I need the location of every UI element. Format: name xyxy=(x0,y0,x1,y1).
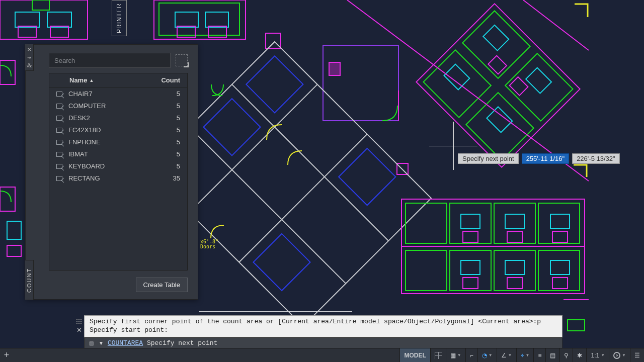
tooltip-coord-x[interactable]: 255'-11 1/16" xyxy=(522,153,570,164)
tooltip-coord-y[interactable]: 226'-5 13/32" xyxy=(572,153,620,164)
row-name: IBMAT xyxy=(68,150,150,158)
customization-menu[interactable]: ☰ xyxy=(630,348,644,362)
model-paper-toggle[interactable]: MODEL xyxy=(399,348,430,362)
transparency-toggle[interactable]: ▤ xyxy=(545,348,559,362)
table-header[interactable]: Name ▲ Count xyxy=(49,73,187,87)
osnap-icon: ⌖ xyxy=(521,352,524,359)
command-recent-dropdown-icon[interactable]: ▼ xyxy=(99,340,104,346)
ortho-toggle[interactable]: ⌐ xyxy=(465,348,477,362)
close-icon[interactable]: ✕ xyxy=(27,47,32,52)
create-table-button[interactable]: Create Table xyxy=(136,278,188,292)
svg-text:Doors: Doors xyxy=(200,244,215,249)
row-count: 5 xyxy=(150,114,180,122)
block-ref-icon xyxy=(56,175,64,181)
svg-rect-52 xyxy=(505,214,524,228)
table-row[interactable]: DESK25 xyxy=(49,112,187,124)
svg-rect-43 xyxy=(406,203,447,243)
select-area-icon[interactable] xyxy=(176,54,188,66)
svg-rect-54 xyxy=(461,260,480,275)
svg-rect-2 xyxy=(47,12,71,27)
block-ref-icon xyxy=(56,127,64,133)
svg-rect-14 xyxy=(329,62,340,75)
svg-rect-48 xyxy=(450,250,491,291)
command-grip-icon[interactable] xyxy=(75,317,83,325)
row-count: 5 xyxy=(150,162,180,170)
annoscale-icon: ⚲ xyxy=(564,352,569,359)
command-close-icon[interactable]: ✕ xyxy=(75,326,83,334)
svg-rect-62 xyxy=(552,278,568,289)
row-count: 5 xyxy=(150,138,180,146)
menu-icon: ☰ xyxy=(634,352,640,359)
svg-rect-53 xyxy=(550,214,570,228)
osnap-toggle[interactable]: ⌖▼ xyxy=(516,348,534,362)
row-count: 5 xyxy=(150,90,180,98)
row-name: CHAIR7 xyxy=(68,90,150,98)
svg-rect-51 xyxy=(461,214,480,228)
count-palette[interactable]: ✕ ⇥ ⁂ COUNT Name ▲ Count CHAIR75COMPUTER… xyxy=(25,44,198,300)
row-name: COMPUTER xyxy=(68,102,150,110)
palette-titlebar-controls: ✕ ⇥ ⁂ xyxy=(25,44,34,71)
svg-rect-63 xyxy=(568,320,585,331)
command-history-line: Specify first corner point of the count … xyxy=(90,318,557,326)
row-count: 35 xyxy=(150,174,180,182)
table-row[interactable]: FNPHONE5 xyxy=(49,136,187,148)
options-icon[interactable]: ⁂ xyxy=(27,63,32,68)
svg-rect-46 xyxy=(538,203,580,243)
palette-title-tab[interactable]: COUNT xyxy=(25,260,34,300)
lineweight-toggle[interactable]: ≡ xyxy=(533,348,545,362)
workspace-switch[interactable]: ▼ xyxy=(609,348,630,362)
snap-icon: ▦ xyxy=(450,352,456,359)
table-row[interactable]: RECTANG35 xyxy=(49,172,187,184)
svg-rect-3 xyxy=(18,26,36,37)
polar-toggle[interactable]: ◔▼ xyxy=(477,348,497,362)
svg-rect-36 xyxy=(203,99,260,155)
row-name: FNPHONE xyxy=(68,138,150,146)
command-line-area[interactable]: ✕ Specify first corner point of the coun… xyxy=(84,315,562,349)
table-row[interactable]: FC42X18D5 xyxy=(49,124,187,136)
svg-rect-45 xyxy=(494,203,535,243)
row-count: 5 xyxy=(150,126,180,134)
table-row[interactable]: KEYBOARD5 xyxy=(49,160,187,172)
grid-icon xyxy=(435,352,442,359)
ortho-icon: ⌐ xyxy=(470,352,473,359)
column-header-count[interactable]: Count xyxy=(150,76,180,84)
command-history: Specify first corner point of the count … xyxy=(84,315,562,337)
table-row[interactable]: CHAIR75 xyxy=(49,87,187,100)
pin-icon[interactable]: ⇥ xyxy=(27,55,32,60)
svg-rect-61 xyxy=(507,278,522,289)
annotation-scale[interactable]: 1:1▼ xyxy=(586,348,609,362)
polar-icon: ◔ xyxy=(482,352,487,359)
status-bar: + MODEL ▦▼ ⌐ ◔▼ ∠▼ ⌖▼ ≡ ▤ ⚲ ✱ 1:1▼ ▼ ☰ xyxy=(0,348,644,362)
svg-rect-56 xyxy=(550,260,570,275)
count-table: Name ▲ Count CHAIR75COMPUTER5DESK25FC42X… xyxy=(49,73,188,270)
table-row[interactable]: COMPUTER5 xyxy=(49,100,187,112)
command-prompt-icon[interactable]: ▧ xyxy=(88,340,95,347)
annotation-visibility-button[interactable]: ✱ xyxy=(573,348,586,362)
row-count: 5 xyxy=(150,150,180,158)
search-input[interactable] xyxy=(49,53,171,68)
sort-asc-icon: ▲ xyxy=(89,78,94,83)
command-history-line: Specify start point: xyxy=(90,326,557,335)
svg-rect-58 xyxy=(507,231,522,242)
dynamic-input-tooltip: Specify next point 255'-11 1/16" 226'-5 … xyxy=(458,153,620,164)
grid-toggle[interactable] xyxy=(430,348,446,362)
svg-rect-20 xyxy=(424,50,491,117)
command-prompt-text: Specify next point xyxy=(147,339,217,347)
svg-rect-59 xyxy=(552,231,568,242)
lineweight-icon: ≡ xyxy=(538,352,541,359)
isodraft-toggle[interactable]: ∠▼ xyxy=(497,348,516,362)
annoviz-icon: ✱ xyxy=(577,352,582,359)
table-row[interactable]: IBMAT5 xyxy=(49,148,187,160)
svg-rect-0 xyxy=(0,0,88,39)
block-ref-icon xyxy=(56,115,64,121)
svg-rect-57 xyxy=(463,231,478,242)
annotation-scale-icon-button[interactable]: ⚲ xyxy=(559,348,573,362)
snap-toggle[interactable]: ▦▼ xyxy=(446,348,465,362)
layout-add-button[interactable]: + xyxy=(0,350,13,360)
tooltip-prompt: Specify next point xyxy=(458,153,519,164)
svg-rect-55 xyxy=(505,260,524,275)
svg-rect-44 xyxy=(450,203,491,243)
row-count: 5 xyxy=(150,102,180,110)
row-name: DESK2 xyxy=(68,114,150,122)
svg-rect-8 xyxy=(175,12,198,27)
